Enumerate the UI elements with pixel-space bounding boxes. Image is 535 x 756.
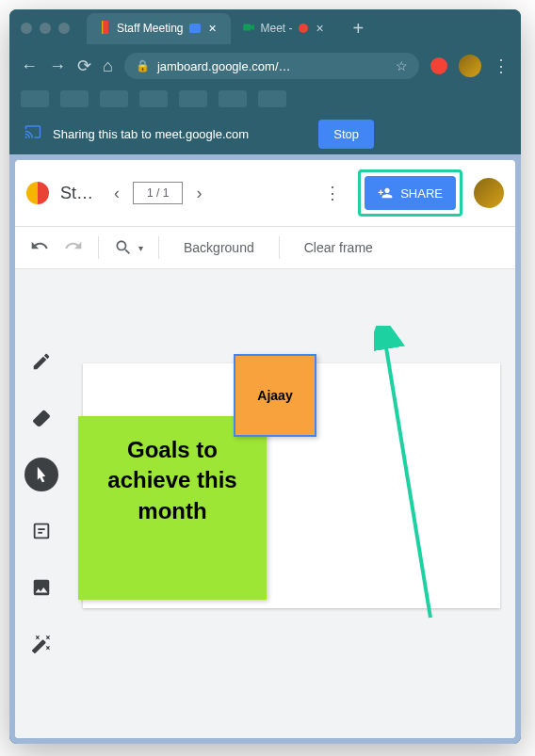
prev-frame-button[interactable]: ‹ — [105, 178, 129, 209]
bookmark-item[interactable] — [21, 90, 49, 107]
svg-rect-0 — [243, 24, 251, 30]
app-header: St… ‹ 1 / 1 › ⋮ SHARE — [15, 160, 515, 226]
profile-avatar[interactable] — [459, 55, 481, 77]
dropdown-arrow-icon: ▾ — [138, 243, 143, 253]
sticky-note-orange[interactable]: Ajaay — [234, 354, 316, 437]
select-tool[interactable] — [24, 458, 58, 491]
title-bar: Staff Meeting × Meet - × + — [9, 9, 521, 47]
bookmark-item[interactable] — [60, 90, 89, 107]
bookmark-item[interactable] — [179, 90, 207, 107]
svg-rect-1 — [35, 524, 49, 539]
recording-indicator-icon — [299, 24, 308, 33]
tab-jamboard[interactable]: Staff Meeting × — [87, 13, 231, 44]
close-window[interactable] — [21, 23, 32, 34]
home-button[interactable]: ⌂ — [103, 56, 113, 76]
share-highlight-annotation: SHARE — [358, 169, 462, 217]
document-title[interactable]: St… — [60, 184, 93, 203]
browser-window: Staff Meeting × Meet - × + ← → ⟳ ⌂ 🔒 jam… — [9, 9, 521, 744]
tab-meet[interactable]: Meet - × — [231, 13, 338, 44]
undo-button[interactable] — [30, 236, 49, 259]
background-button[interactable]: Background — [174, 234, 264, 261]
back-button[interactable]: ← — [21, 56, 38, 76]
zoom-control[interactable]: ▾ — [114, 238, 143, 257]
cast-icon — [24, 123, 41, 144]
clear-frame-button[interactable]: Clear frame — [295, 234, 382, 261]
next-frame-button[interactable]: › — [186, 178, 211, 209]
image-tool[interactable] — [24, 571, 58, 604]
canvas[interactable]: Goals to achieve this month Ajaay — [68, 269, 515, 738]
cast-indicator-icon — [189, 24, 201, 33]
user-avatar[interactable] — [474, 178, 504, 208]
close-tab-icon[interactable]: × — [314, 22, 327, 35]
page-content: St… ‹ 1 / 1 › ⋮ SHARE — [9, 154, 521, 744]
sticky-note-green[interactable]: Goals to achieve this month — [78, 416, 267, 600]
maximize-window[interactable] — [58, 23, 70, 34]
bookmark-item[interactable] — [139, 90, 168, 107]
jamboard-logo-icon[interactable] — [26, 182, 49, 204]
url-text: jamboard.google.com/… — [157, 59, 291, 73]
jamboard-app: St… ‹ 1 / 1 › ⋮ SHARE — [15, 160, 515, 738]
forward-button[interactable]: → — [49, 56, 66, 76]
new-tab-button[interactable]: + — [346, 18, 372, 40]
separator — [158, 236, 159, 259]
url-bar: ← → ⟳ ⌂ 🔒 jamboard.google.com/… ☆ ⋮ — [9, 47, 521, 85]
bookmark-star-icon[interactable]: ☆ — [396, 58, 408, 73]
more-options-icon[interactable]: ⋮ — [318, 177, 347, 209]
bookmark-item[interactable] — [258, 90, 286, 107]
sticky-note-tool[interactable] — [24, 514, 58, 548]
window-controls — [21, 23, 70, 34]
app-toolbar: ▾ Background Clear frame — [15, 226, 515, 269]
browser-tabs: Staff Meeting × Meet - × — [87, 13, 338, 44]
redo-button[interactable] — [64, 236, 83, 259]
reload-button[interactable]: ⟳ — [77, 56, 91, 76]
laser-tool[interactable] — [24, 627, 58, 661]
zoom-icon — [114, 238, 133, 257]
tab-label: Staff Meeting — [117, 22, 184, 35]
frame-navigation: ‹ 1 / 1 › — [105, 178, 211, 209]
eraser-tool[interactable] — [24, 401, 58, 435]
tab-label: Meet - — [261, 22, 293, 35]
person-add-icon — [378, 185, 393, 201]
pen-tool[interactable] — [24, 345, 58, 378]
separator — [279, 236, 280, 259]
drawing-tools — [15, 269, 68, 738]
stop-sharing-button[interactable]: Stop — [318, 120, 374, 149]
address-bar[interactable]: 🔒 jamboard.google.com/… ☆ — [124, 53, 419, 79]
canvas-area: Goals to achieve this month Ajaay — [15, 269, 515, 738]
browser-menu-icon[interactable]: ⋮ — [493, 56, 510, 76]
sharing-notification-bar: Sharing this tab to meet.google.com Stop — [9, 113, 521, 154]
separator — [98, 236, 99, 259]
jamboard-frame[interactable]: Goals to achieve this month Ajaay — [83, 363, 500, 608]
meet-favicon — [242, 21, 255, 37]
frame-counter[interactable]: 1 / 1 — [133, 182, 183, 204]
bookmark-item[interactable] — [100, 90, 128, 107]
lock-icon: 🔒 — [136, 59, 150, 72]
bookmarks-bar — [9, 85, 521, 113]
share-label: SHARE — [400, 186, 443, 201]
jamboard-favicon — [98, 21, 111, 37]
sharing-message: Sharing this tab to meet.google.com — [53, 127, 249, 141]
minimize-window[interactable] — [40, 23, 51, 34]
extension-icon[interactable] — [430, 57, 447, 74]
bookmark-item[interactable] — [219, 90, 247, 107]
share-button[interactable]: SHARE — [365, 176, 456, 210]
close-tab-icon[interactable]: × — [206, 22, 219, 35]
